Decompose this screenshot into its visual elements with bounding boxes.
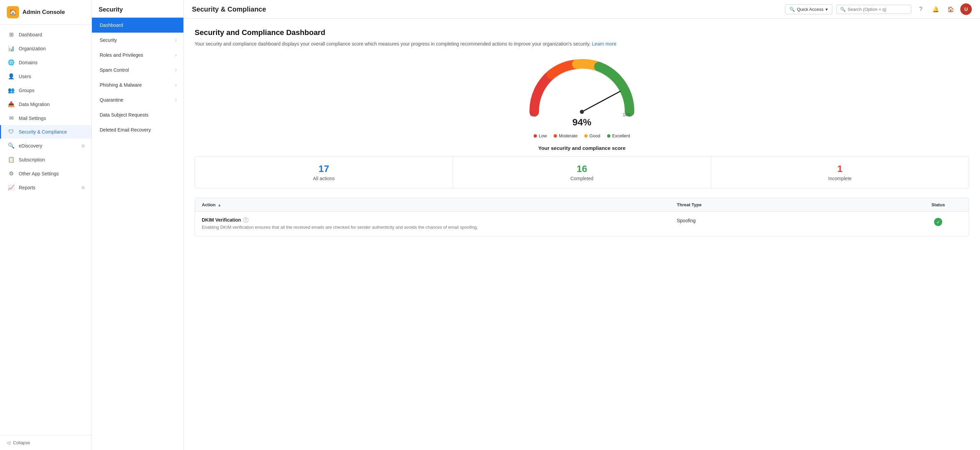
column-header-threat-type: Threat Type: [677, 202, 914, 207]
actions-table: Action ▲ Threat Type Status DKIM Verific…: [195, 198, 969, 236]
home-icon: 🏠: [9, 8, 17, 16]
sidebar-item-security-compliance[interactable]: 🛡 Security & Compliance: [0, 125, 92, 139]
notifications-button[interactable]: 🔔: [930, 4, 941, 14]
svg-text:100: 100: [623, 112, 630, 117]
sub-nav-item-phishing-malware[interactable]: Phishing & Malware ›: [92, 78, 183, 92]
score-card-completed[interactable]: 16 Completed: [453, 157, 711, 188]
app-title: Admin Console: [22, 9, 65, 16]
row-title-dkim: DKIM Verification ?: [202, 217, 677, 223]
sidebar-label-data-migration: Data Migration: [19, 101, 50, 107]
legend-label-low: Low: [539, 133, 547, 138]
app-logo-icon: 🏠: [7, 6, 19, 18]
search-box[interactable]: 🔍: [837, 5, 911, 14]
sub-navigation: Security Dashboard Security › Roles and …: [92, 0, 184, 450]
help-button[interactable]: ?: [915, 4, 926, 14]
sub-nav-label-phishing-malware: Phishing & Malware: [100, 82, 142, 88]
user-avatar[interactable]: U: [960, 3, 972, 15]
legend-label-good: Good: [589, 133, 600, 138]
main-content: Security & Compliance 🔍 Quick Access ▾ 🔍…: [184, 0, 980, 450]
gauge-value: 94%: [572, 117, 592, 128]
content-area: Security and Compliance Dashboard Your s…: [184, 19, 980, 450]
column-header-action[interactable]: Action ▲: [202, 202, 677, 207]
legend-dot-excellent: [607, 134, 611, 138]
sidebar-item-ediscovery[interactable]: 🔍 eDiscovery ⧉: [0, 139, 92, 153]
sidebar-label-groups: Groups: [19, 88, 34, 93]
sidebar-item-dashboard[interactable]: ⊞ Dashboard: [0, 27, 92, 41]
sidebar-label-security-compliance: Security & Compliance: [19, 129, 67, 135]
column-label-action: Action: [202, 202, 215, 207]
search-input[interactable]: [848, 7, 907, 12]
collapse-label: Collapse: [13, 440, 30, 445]
topbar-actions: 🔍 Quick Access ▾ 🔍 ? 🔔 🏠 U: [785, 3, 972, 15]
all-actions-label: All actions: [202, 176, 446, 181]
sub-nav-label-roles-privileges: Roles and Privileges: [100, 52, 143, 58]
sidebar-item-mail-settings[interactable]: ✉ Mail Settings: [0, 111, 92, 125]
chevron-right-icon-4: ›: [175, 82, 177, 87]
dropdown-arrow-icon: ▾: [826, 7, 828, 12]
reports-icon: 📈: [8, 184, 14, 191]
sub-nav-item-dashboard[interactable]: Dashboard: [92, 18, 183, 33]
column-header-status: Status: [914, 202, 962, 207]
sidebar-label-other-app-settings: Other App Settings: [19, 171, 59, 176]
collapse-icon: ◁: [7, 440, 10, 445]
quick-access-button[interactable]: 🔍 Quick Access ▾: [785, 5, 832, 14]
gauge-legend: Low Moderate Good Excellent: [195, 133, 969, 138]
sidebar-label-organization: Organization: [19, 46, 46, 51]
info-icon-dkim[interactable]: ?: [243, 217, 248, 223]
score-card-all-actions[interactable]: 17 All actions: [195, 157, 453, 188]
legend-label-excellent: Excellent: [612, 133, 630, 138]
domains-icon: 🌐: [8, 59, 14, 66]
sort-icon: ▲: [218, 203, 221, 207]
sub-nav-label-data-subject-requests: Data Subject Requests: [100, 112, 148, 117]
sub-nav-item-data-subject-requests[interactable]: Data Subject Requests: [92, 108, 183, 122]
score-section-title: Your security and compliance score: [195, 145, 969, 151]
search-icon: 🔍: [840, 7, 846, 12]
legend-moderate: Moderate: [554, 133, 578, 138]
score-card-incomplete[interactable]: 1 Incomplete: [711, 157, 969, 188]
sub-nav-item-deleted-email-recovery[interactable]: Deleted Email Recovery: [92, 122, 183, 137]
sub-nav-item-quarantine[interactable]: Quarantine ›: [92, 92, 183, 108]
sidebar-item-reports[interactable]: 📈 Reports ⧉: [0, 181, 92, 195]
other-settings-icon: ⚙: [8, 170, 14, 177]
bell-icon: 🔔: [932, 6, 939, 13]
sidebar-label-ediscovery: eDiscovery: [19, 143, 42, 149]
sidebar-item-organization[interactable]: 📊 Organization: [0, 41, 92, 55]
chevron-right-icon-3: ›: [175, 68, 177, 72]
sidebar-label-reports: Reports: [19, 185, 35, 190]
sidebar-item-data-migration[interactable]: 📥 Data Migration: [0, 97, 92, 111]
sidebar-label-domains: Domains: [19, 60, 37, 65]
row-threat-dkim: Spoofing: [677, 217, 914, 223]
row-action-dkim: DKIM Verification ? Enabling DKIM verifi…: [202, 217, 677, 231]
ediscovery-icon: 🔍: [8, 143, 14, 149]
table-header: Action ▲ Threat Type Status: [195, 198, 969, 212]
legend-excellent: Excellent: [607, 133, 630, 138]
home-nav-button[interactable]: 🏠: [945, 4, 956, 14]
dashboard-icon: ⊞: [8, 31, 14, 38]
row-status-dkim: ✓: [914, 217, 962, 226]
sub-nav-label-quarantine: Quarantine: [100, 97, 123, 103]
completed-count: 16: [460, 163, 704, 174]
svg-line-0: [582, 92, 620, 112]
quick-access-label: Quick Access: [797, 7, 824, 12]
sub-nav-item-spam-control[interactable]: Spam Control ›: [92, 63, 183, 78]
sidebar-label-users: Users: [19, 74, 31, 79]
legend-label-moderate: Moderate: [559, 133, 578, 138]
learn-more-link[interactable]: Learn more: [592, 41, 617, 47]
sidebar-item-domains[interactable]: 🌐 Domains: [0, 55, 92, 69]
sidebar-nav: ⊞ Dashboard 📊 Organization 🌐 Domains 👤 U…: [0, 25, 92, 435]
sidebar-collapse-button[interactable]: ◁ Collapse: [0, 435, 92, 450]
sidebar-item-other-app-settings[interactable]: ⚙ Other App Settings: [0, 166, 92, 181]
sidebar-item-users[interactable]: 👤 Users: [0, 69, 92, 83]
topbar: Security & Compliance 🔍 Quick Access ▾ 🔍…: [184, 0, 980, 19]
page-desc-text: Your security and compliance dashboard d…: [195, 41, 591, 47]
sub-nav-item-security[interactable]: Security ›: [92, 33, 183, 48]
chevron-right-icon-2: ›: [175, 53, 177, 57]
row-title-text-dkim: DKIM Verification: [202, 217, 241, 223]
sidebar-item-subscription[interactable]: 📋 Subscription: [0, 153, 92, 166]
sub-nav-item-roles-privileges[interactable]: Roles and Privileges ›: [92, 48, 183, 63]
sidebar-label-subscription: Subscription: [19, 157, 45, 162]
status-check-icon: ✓: [934, 218, 942, 226]
external-link-icon: ⧉: [82, 143, 85, 148]
sidebar-item-groups[interactable]: 👥 Groups: [0, 83, 92, 97]
mail-settings-icon: ✉: [8, 115, 14, 121]
